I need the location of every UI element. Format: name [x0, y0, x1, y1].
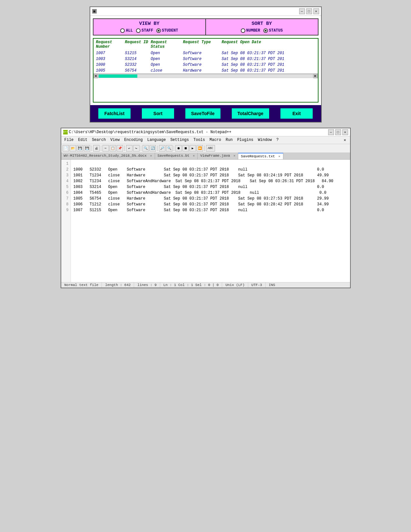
menu-run[interactable]: Run: [224, 137, 235, 143]
row2-date: Sat Sep 08 03:21:37 PDT 201: [222, 63, 293, 67]
tb-zoom-out[interactable]: 🔍: [166, 145, 172, 152]
header-reqdate: Request Open Date: [222, 40, 293, 49]
tb-redo[interactable]: ↪: [133, 145, 140, 152]
status-lines: lines : 9: [134, 282, 160, 288]
table-row[interactable]: 1003 S3214 Open Software Sat Sep 08 03:2…: [93, 56, 318, 62]
radio-student[interactable]: STUDENT: [156, 28, 178, 33]
radio-number[interactable]: NUMBER: [241, 28, 260, 33]
menu-window[interactable]: Window: [256, 137, 274, 143]
row3-id: S6754: [125, 68, 151, 73]
row2-type: Software: [183, 63, 222, 67]
tb-sep7: [204, 145, 205, 151]
notepad-close-x[interactable]: ✕: [341, 137, 348, 143]
notepad-minimize-button[interactable]: —: [328, 129, 334, 135]
radio-status[interactable]: STATUS: [263, 28, 283, 33]
menu-plugins[interactable]: Plugins: [235, 137, 255, 143]
menu-view[interactable]: View: [108, 137, 122, 143]
tb-macro-play[interactable]: ▶: [190, 145, 196, 152]
scroll-track[interactable]: [99, 74, 313, 78]
editor-content[interactable]: 1000 S2332 Open Software Sat Sep 08 03:2…: [71, 160, 350, 282]
menu-help[interactable]: ?: [274, 137, 280, 143]
scroll-right-arrow[interactable]: ▶: [313, 74, 318, 78]
row3-num: 1005: [96, 68, 125, 73]
menu-tools[interactable]: Tools: [191, 137, 207, 143]
scroll-left-arrow[interactable]: ◀: [93, 74, 98, 78]
menu-file[interactable]: File: [63, 137, 76, 143]
tb-undo[interactable]: ↩: [126, 145, 132, 152]
header-reqnum: Request Number: [96, 40, 125, 49]
menu-macro[interactable]: Macro: [208, 137, 223, 143]
tab-2-label: ViewFrame.java: [200, 154, 230, 158]
radio-number-circle[interactable]: [241, 28, 245, 33]
minimize-button[interactable]: —: [299, 8, 305, 14]
row0-status: Open: [151, 51, 183, 55]
tb-macro-stop[interactable]: ⏹: [182, 145, 189, 152]
tb-sep3: [124, 145, 125, 151]
tab-0[interactable]: WV-MITS6402_Research_Study_2018_5%.docx …: [61, 153, 155, 159]
menu-language[interactable]: Language: [145, 137, 168, 143]
tb-find[interactable]: 🔍: [142, 145, 149, 152]
tab-1-close[interactable]: ✕: [193, 154, 195, 158]
sort-button[interactable]: Sort: [142, 108, 174, 119]
tb-macro-rec[interactable]: ⏺: [175, 145, 182, 152]
radio-staff[interactable]: STAFF: [136, 28, 153, 33]
radio-all-circle[interactable]: [120, 28, 125, 33]
header-reqtype: Request Type: [183, 40, 222, 49]
tb-save[interactable]: 💾: [77, 145, 83, 152]
sort-by-options: NUMBER STATUS: [209, 28, 315, 33]
table-header: Request Number Request ID Request Status…: [93, 39, 318, 50]
horizontal-scrollbar[interactable]: ◀ ▶: [93, 74, 318, 78]
tb-cut[interactable]: ✂: [103, 145, 109, 152]
tb-print[interactable]: 🖨: [93, 145, 100, 152]
menu-settings[interactable]: Settings: [168, 137, 191, 143]
menu-edit[interactable]: Edit: [76, 137, 89, 143]
exit-button[interactable]: Exit: [280, 108, 313, 119]
tab-0-label: WV-MITS6402_Research_Study_2018_5%.docx: [64, 154, 147, 158]
table-row[interactable]: 1005 S6754 close Hardware Sat Sep 08 03:…: [93, 68, 318, 74]
line-4: 1003 S3214 Open Software Sat Sep 08 03:2…: [73, 185, 324, 189]
radio-all-label: ALL: [126, 28, 133, 33]
tb-replace[interactable]: 🔄: [150, 145, 156, 152]
titlebar-left: ▣: [92, 9, 97, 14]
close-button[interactable]: ✕: [313, 8, 319, 14]
top-window: ▣ — □ ✕ VIEW BY ALL STAFF STUDE: [90, 6, 322, 123]
tab-2-close[interactable]: ✕: [233, 154, 235, 158]
view-by-section: VIEW BY ALL STAFF STUDENT: [93, 19, 206, 35]
tab-3-close[interactable]: ✕: [279, 155, 280, 158]
tb-open[interactable]: 📂: [70, 145, 76, 152]
notepad-close-button[interactable]: ✕: [342, 129, 348, 135]
tb-abc[interactable]: ABC: [206, 145, 215, 152]
tab-0-close[interactable]: ✕: [150, 154, 152, 158]
scroll-thumb[interactable]: [99, 74, 137, 78]
notepad-win-controls: — □ ✕: [328, 129, 348, 135]
table-row[interactable]: 1007 S1215 Open Software Sat Sep 08 03:2…: [93, 50, 318, 56]
radio-all[interactable]: ALL: [120, 28, 133, 33]
menu-search[interactable]: Search: [90, 137, 108, 143]
row1-id: S3214: [125, 57, 151, 61]
radio-staff-circle[interactable]: [136, 28, 141, 33]
tab-3[interactable]: SaveRequests.txt ✕: [238, 153, 283, 159]
notepad-toolbar: 📄 📂 💾 💾 🖨 ✂ 📋 📌 ↩ ↪ 🔍 🔄 🔎 🔍 ⏺ ⏹ ▶ ⏩ ABC: [61, 144, 350, 153]
notepad-app-icon: N++: [63, 130, 68, 134]
radio-student-circle[interactable]: [156, 28, 161, 33]
maximize-button[interactable]: □: [306, 8, 312, 14]
tb-saveall[interactable]: 💾: [84, 145, 90, 152]
line-2: 1001 T1234 close Hardware Sat Sep 08 03:…: [73, 173, 329, 178]
savetofile-button[interactable]: SaveToFile: [185, 108, 220, 119]
radio-status-circle[interactable]: [263, 28, 268, 33]
tb-paste[interactable]: 📌: [117, 145, 123, 152]
tab-2[interactable]: ViewFrame.java ✕: [198, 153, 238, 159]
table-row[interactable]: 1000 S2332 Open Software Sat Sep 08 03:2…: [93, 62, 318, 68]
tb-sep6: [174, 145, 174, 151]
tb-macro-run[interactable]: ⏩: [197, 145, 203, 152]
notepad-tabs: WV-MITS6402_Research_Study_2018_5%.docx …: [61, 153, 350, 160]
menu-encoding[interactable]: Encoding: [122, 137, 145, 143]
tb-copy[interactable]: 📋: [110, 145, 116, 152]
fatchlist-button[interactable]: FatchList: [98, 108, 131, 119]
tb-new[interactable]: 📄: [63, 145, 69, 152]
tb-zoom-in[interactable]: 🔎: [159, 145, 165, 152]
window-controls: — □ ✕: [299, 8, 319, 14]
notepad-maximize-button[interactable]: □: [335, 129, 341, 135]
totalcharge-button[interactable]: TotalCharge: [232, 108, 269, 119]
tab-1[interactable]: SaveRequests.bt ✕: [155, 153, 198, 159]
